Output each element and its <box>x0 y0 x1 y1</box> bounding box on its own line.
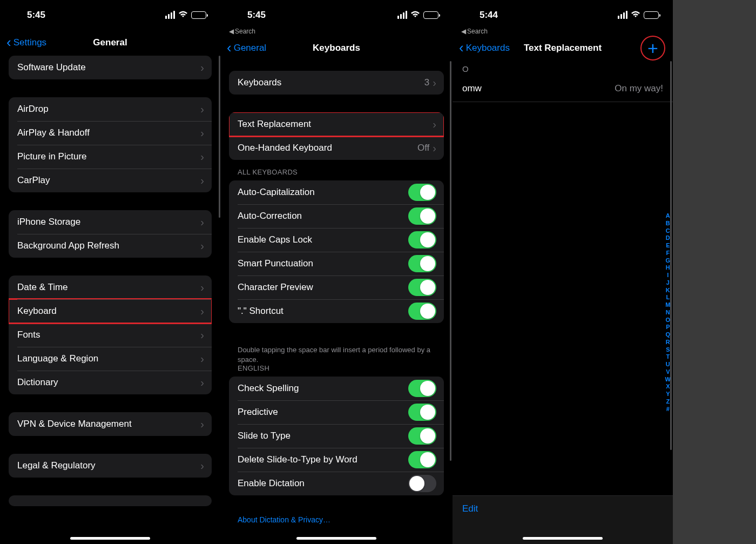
chevron-right-icon: › <box>433 77 436 89</box>
section-header-english: ENGLISH <box>220 364 453 377</box>
edit-button[interactable]: Edit <box>462 503 478 514</box>
row-label: Text Replacement <box>238 119 433 130</box>
chevron-right-icon: › <box>200 62 204 74</box>
page-title: Keyboards <box>313 43 360 53</box>
settings-group: VPN & Device Management› <box>9 412 212 436</box>
toggle-switch[interactable] <box>408 451 436 468</box>
chevron-right-icon: › <box>433 118 436 131</box>
wifi-icon <box>631 10 640 21</box>
toggle-switch[interactable] <box>408 303 436 320</box>
chevron-left-icon: ‹ <box>459 41 464 55</box>
row-label: VPN & Device Management <box>17 419 200 429</box>
home-indicator[interactable] <box>296 537 376 540</box>
chevron-right-icon: › <box>200 377 204 389</box>
screen-text-replacement: 5:44 ◀︎ Search ‹ Keyboards Text Replacem… <box>453 0 673 544</box>
settings-row[interactable]: AirPlay & Handoff› <box>9 121 212 145</box>
chevron-right-icon: › <box>200 127 204 139</box>
row-label: Background App Refresh <box>17 240 200 251</box>
chevron-right-icon: › <box>200 460 204 472</box>
settings-row[interactable]: Dictionary› <box>9 371 212 394</box>
chevron-right-icon: › <box>200 216 204 229</box>
chevron-right-icon: › <box>200 240 204 252</box>
settings-group: Date & Time›Keyboard›Fonts›Language & Re… <box>9 276 212 394</box>
row-label: AirDrop <box>17 104 200 115</box>
back-to-search[interactable]: ◀︎ Search <box>453 28 673 35</box>
back-to-search[interactable]: ◀︎ Search <box>220 28 453 35</box>
chevron-right-icon: › <box>200 103 204 116</box>
back-button[interactable]: ‹ General <box>227 42 266 55</box>
add-button[interactable]: + <box>640 36 665 61</box>
chevron-right-icon: › <box>200 353 204 365</box>
settings-row[interactable]: CarPlay› <box>9 169 212 192</box>
status-time: 5:45 <box>247 10 266 21</box>
row-label: Fonts <box>17 330 200 340</box>
status-bar: 5:45 <box>0 0 220 30</box>
row-label: Dictionary <box>17 377 200 388</box>
settings-row[interactable]: Date & Time› <box>9 276 212 299</box>
nav-bar: ‹ Settings General <box>0 30 220 56</box>
row-label: Auto-Correction <box>238 211 408 221</box>
settings-row[interactable]: Fonts› <box>9 323 212 347</box>
row-label: Language & Region <box>17 353 200 364</box>
toggle-switch[interactable] <box>408 184 436 201</box>
group-text-options: Text Replacement›One-Handed KeyboardOff› <box>229 112 444 160</box>
row-label: Legal & Regulatory <box>17 460 200 471</box>
screen-general: 5:45 ‹ Settings General Software Update›… <box>0 0 220 544</box>
row-label: Software Update <box>17 62 200 73</box>
row-label: Enable Caps Lock <box>238 234 408 245</box>
settings-row[interactable]: VPN & Device Management› <box>9 412 212 436</box>
scrollbar-thumb[interactable] <box>450 61 451 461</box>
settings-row[interactable]: Legal & Regulatory› <box>9 454 212 478</box>
settings-row[interactable]: AirDrop› <box>9 97 212 121</box>
toggle-row: Delete Slide-to-Type by Word <box>229 448 444 472</box>
toggle-switch[interactable] <box>408 380 436 397</box>
settings-row[interactable]: Background App Refresh› <box>9 234 212 258</box>
settings-row[interactable]: Language & Region› <box>9 347 212 371</box>
toggle-row: Check Spelling <box>229 377 444 400</box>
toggle-switch[interactable] <box>408 279 436 296</box>
settings-row[interactable]: Software Update› <box>9 56 212 79</box>
settings-row[interactable]: Keyboard› <box>9 299 212 323</box>
scrollbar-thumb[interactable] <box>670 61 672 450</box>
row-keyboards[interactable]: Keyboards 3 › <box>229 71 444 95</box>
toggle-switch[interactable] <box>408 475 436 492</box>
row-label: Delete Slide-to-Type by Word <box>238 454 408 465</box>
settings-list: Software Update›AirDrop›AirPlay & Handof… <box>0 56 220 524</box>
toggle-switch[interactable] <box>408 207 436 225</box>
settings-row[interactable]: iPhone Storage› <box>9 210 212 234</box>
chevron-right-icon: › <box>200 418 204 431</box>
groups-container: Software Update›AirDrop›AirPlay & Handof… <box>0 56 220 506</box>
status-bar: 5:44 <box>453 0 673 30</box>
home-indicator[interactable] <box>70 537 150 540</box>
wifi-icon <box>410 10 420 21</box>
toggle-row: Smart Punctuation <box>229 252 444 276</box>
battery-icon <box>423 11 438 19</box>
row-label: Check Spelling <box>238 383 408 394</box>
toggle-switch[interactable] <box>408 404 436 421</box>
chevron-right-icon: › <box>200 174 204 187</box>
chevron-right-icon: › <box>200 151 204 163</box>
back-button[interactable]: ‹ Keyboards <box>459 42 510 55</box>
settings-group: iPhone Storage›Background App Refresh› <box>9 210 212 258</box>
settings-row[interactable]: Picture in Picture› <box>9 145 212 169</box>
scrollbar-thumb[interactable] <box>219 56 220 218</box>
phrase-text: On my way! <box>615 83 663 94</box>
toggle-switch[interactable] <box>408 231 436 249</box>
chevron-right-icon: › <box>200 329 204 341</box>
row-label: Character Preview <box>238 282 408 293</box>
back-button[interactable]: ‹ Settings <box>6 37 46 49</box>
row-label: Enable Dictation <box>238 478 408 489</box>
home-indicator[interactable] <box>523 537 603 540</box>
toggle-switch[interactable] <box>408 255 436 272</box>
group-english: Check SpellingPredictiveSlide to TypeDel… <box>229 377 444 495</box>
settings-row[interactable]: Text Replacement› <box>229 112 444 136</box>
wifi-icon <box>178 10 188 21</box>
battery-icon <box>644 11 659 19</box>
chevron-left-icon: ‹ <box>227 41 232 55</box>
settings-group: AirDrop›AirPlay & Handoff›Picture in Pic… <box>9 97 212 192</box>
toggle-switch[interactable] <box>408 427 436 445</box>
dictation-privacy-link[interactable]: About Dictation & Privacy… <box>220 513 453 526</box>
status-time: 5:45 <box>27 10 45 21</box>
replacement-row[interactable]: omwOn my way! <box>453 76 673 102</box>
settings-row[interactable]: One-Handed KeyboardOff› <box>229 136 444 160</box>
